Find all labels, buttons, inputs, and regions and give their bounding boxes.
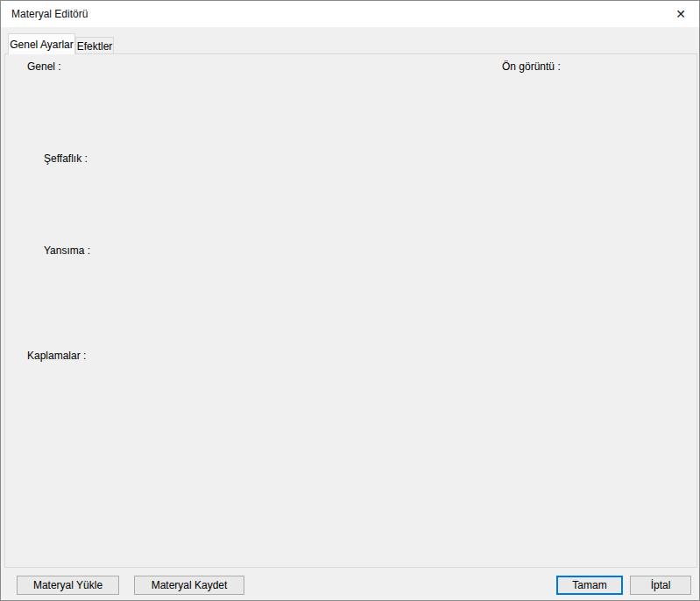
tab-genel-ayarlar[interactable]: Genel Ayarlar <box>8 33 75 54</box>
materyal-kaydet-button[interactable]: Materyal Kaydet <box>134 576 244 595</box>
on-goruntu-label: Ön görüntü : <box>498 60 564 73</box>
dialog-title: Materyal Editörü <box>11 8 88 20</box>
tamam-label: Tamam <box>572 579 606 591</box>
title-bar: Materyal Editörü ✕ <box>1 1 699 27</box>
tab-strip: Genel Ayarlar Efektler <box>1 27 699 53</box>
tamam-button[interactable]: Tamam <box>556 576 623 595</box>
iptal-label: İptal <box>651 579 671 591</box>
close-icon[interactable]: ✕ <box>668 1 694 27</box>
materyal-yukle-label: Materyal Yükle <box>33 579 103 591</box>
group-genel-label: Genel : <box>24 60 65 73</box>
kaplamalar-label: Kaplamalar : <box>24 350 89 362</box>
materyal-kaydet-label: Materyal Kaydet <box>152 579 228 591</box>
material-editor-dialog: Materyal Editörü ✕ Genel Ayarlar Efektle… <box>0 0 700 601</box>
iptal-button[interactable]: İptal <box>630 576 691 595</box>
tab-efektler[interactable]: Efektler <box>75 37 114 54</box>
tab-genel-ayarlar-label: Genel Ayarlar <box>10 39 74 51</box>
yansima-label: Yansıma : <box>40 244 94 257</box>
tab-efektler-label: Efektler <box>77 40 113 53</box>
seffaflik-label: Şeffaflık : <box>40 152 91 165</box>
materyal-yukle-button[interactable]: Materyal Yükle <box>17 576 119 595</box>
tab-page <box>4 53 697 568</box>
